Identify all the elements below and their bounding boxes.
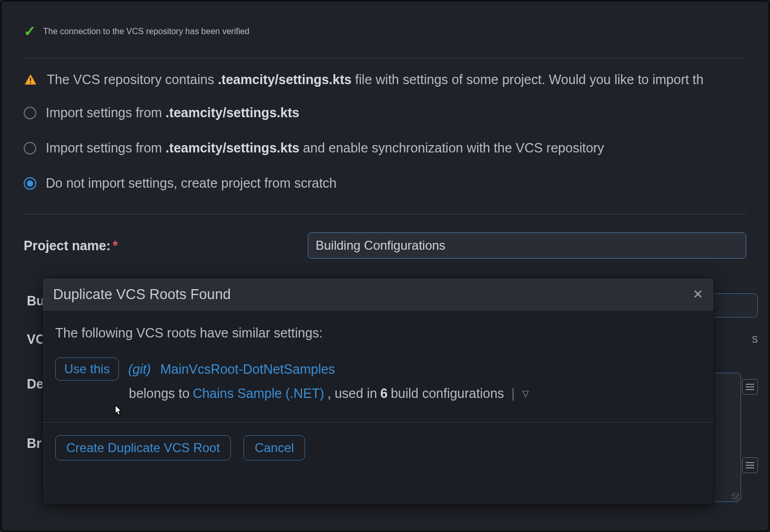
modal-header: Duplicate VCS Roots Found ✕	[43, 278, 714, 311]
modal-intro: The following VCS roots have similar set…	[55, 325, 701, 341]
svg-rect-0	[30, 77, 31, 81]
vcs-type-tag: (git)	[128, 362, 151, 377]
option-label: Do not import settings, create project f…	[46, 176, 337, 191]
option-label: Import settings from .teamcity/settings.…	[46, 105, 299, 120]
close-icon[interactable]: ✕	[693, 287, 703, 302]
project-name-row: Project name:*	[24, 232, 746, 259]
radio-icon	[24, 142, 36, 155]
vcs-root-details: belongs to Chains Sample (.NET), used in…	[55, 386, 701, 401]
modal-footer: Create Duplicate VCS Root Cancel	[43, 422, 714, 473]
cancel-button[interactable]: Cancel	[244, 435, 305, 461]
radio-icon	[24, 107, 36, 119]
import-option-3[interactable]: Do not import settings, create project f…	[24, 176, 746, 191]
truncated-label: Br	[27, 436, 42, 451]
truncated-label: De	[27, 376, 44, 392]
import-option-1[interactable]: Import settings from .teamcity/settings.…	[24, 105, 746, 120]
details-icon[interactable]	[742, 457, 758, 473]
vcs-root-suggestion: Use this (git) MainVcsRoot-DotNetSamples…	[55, 357, 701, 401]
warning-icon	[24, 73, 37, 87]
create-duplicate-button[interactable]: Create Duplicate VCS Root	[55, 435, 231, 461]
success-text: The connection to the VCS repository has…	[43, 27, 249, 36]
vcs-success-banner: ✓ The connection to the VCS repository h…	[24, 23, 746, 40]
import-option-2[interactable]: Import settings from .teamcity/settings.…	[24, 140, 746, 156]
vcs-root-link[interactable]: MainVcsRoot-DotNetSamples	[160, 362, 335, 377]
resize-grip-icon[interactable]	[732, 493, 739, 500]
import-options: Import settings from .teamcity/settings.…	[24, 105, 746, 191]
radio-icon	[24, 177, 36, 190]
option-label: Import settings from .teamcity/settings.…	[46, 140, 604, 156]
modal-title: Duplicate VCS Roots Found	[53, 287, 231, 303]
use-this-button[interactable]: Use this	[55, 357, 119, 381]
details-icon[interactable]	[742, 379, 758, 395]
project-link[interactable]: Chains Sample (.NET)	[192, 386, 324, 401]
truncated-label: Bu	[27, 293, 44, 309]
warning-text: The VCS repository contains .teamcity/se…	[47, 72, 704, 87]
project-name-label: Project name:*	[24, 238, 308, 253]
check-icon: ✓	[24, 23, 36, 40]
duplicate-vcs-modal: Duplicate VCS Roots Found ✕ The followin…	[43, 278, 714, 504]
cursor-icon	[111, 403, 126, 418]
svg-rect-1	[30, 82, 31, 83]
project-name-input[interactable]	[308, 232, 746, 259]
divider	[24, 58, 746, 58]
divider	[24, 214, 746, 214]
import-warning: The VCS repository contains .teamcity/se…	[24, 72, 746, 87]
chevron-down-icon[interactable]: ▽	[522, 388, 529, 398]
